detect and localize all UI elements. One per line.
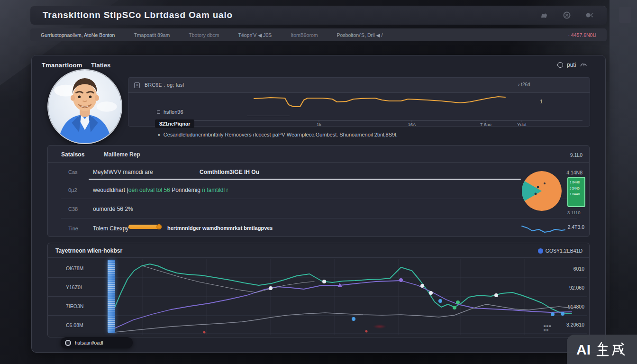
square-icon [157, 110, 160, 114]
svg-text:AI: AI [576, 342, 591, 357]
row-sparkline [521, 222, 566, 235]
header-divider [48, 257, 589, 258]
row-badge-text: hertmnnldger wamdhommrkst bmtlagpves [167, 225, 273, 231]
corner-mark-1: ≡≡ [544, 329, 552, 333]
table-header: Satalsos Mailleme Rep 9.1L0 [48, 146, 589, 163]
nav-item-0[interactable]: Gurriuotopnaolivm, AtoNe Bonton [41, 32, 115, 38]
overview-row-1[interactable]: hsflon96 [157, 109, 183, 115]
table-row[interactable]: C38 oumordé 56 2% [48, 199, 589, 218]
main-line-chart [48, 259, 588, 335]
nav-bar: Gurriuotopnaolivm, AtoNe Bonton Tmapoati… [30, 28, 607, 41]
table-header-value: 9.1L0 [570, 152, 582, 158]
nav-item-4[interactable]: ItomB9orom [291, 32, 318, 38]
row-text-c: Ponndémig [170, 187, 202, 193]
overview-label: BRC6E . og; lasl [145, 82, 184, 88]
table-row[interactable]: Tine Tolem Citexpy hertmnnldger wamdhomm… [48, 218, 589, 237]
timeseries-title: Tayetrneon wlien-hokbsr [55, 247, 122, 254]
axis-tick-3: Ydot [510, 122, 533, 127]
axis-tick-0: 1k [308, 122, 330, 127]
legend-line-1: J 34N0 [570, 186, 583, 192]
table-row[interactable]: 0µ2 weoudldihart [oén oufval tol 56 Ponn… [48, 181, 589, 199]
panel-subtitle: Tlaties [91, 62, 110, 69]
row-text-green-2: ñ famtildl r [202, 187, 228, 193]
overview-row1-label: hsflon96 [164, 109, 183, 115]
status-dot [538, 248, 543, 254]
row-value: 2.4T3.0 [567, 224, 584, 230]
row-text-a: weoudldihart [ [93, 187, 128, 193]
legend-total: 3.1110 [567, 210, 581, 215]
table-title: Satalsos [61, 151, 84, 158]
highlight-divider [89, 179, 521, 180]
nav-item-5[interactable]: Posboiton/'S, Dril ◀ / [337, 32, 383, 38]
panel-actions: puti [557, 62, 587, 68]
row-text: MeyMWVV mamodi are [93, 169, 153, 175]
axis-tick-2: 7 6ao [474, 122, 497, 127]
user-icon[interactable] [585, 10, 594, 20]
legend-box: 1 84H8 J 34N0 1 8AA0 [567, 177, 585, 207]
bullet-icon: ● [158, 133, 160, 137]
pie-chart [520, 169, 564, 213]
row-text-bold: Comthtlom3/GE IH Ou [200, 169, 259, 175]
notifications-icon[interactable] [539, 10, 549, 20]
overview-line-chart [128, 93, 591, 126]
corner-marks: ≡≡≡ ≡≡ [544, 325, 552, 333]
nav-item-2[interactable]: Tbotory dbcm [189, 32, 219, 38]
legend-line-2: 1 8AA0 [570, 191, 583, 198]
table-row[interactable]: Cas MeyMWVV mamodi are Comthtlom3/GE IH … [48, 163, 589, 181]
blue-ruler-bar[interactable] [108, 260, 115, 333]
axis-tick-1: 16A [400, 122, 423, 127]
row-label: Cas [68, 169, 78, 175]
nav-item-1[interactable]: Tmapoatit 89am [134, 32, 170, 38]
row-text: oumordé 56 2% [93, 206, 133, 212]
divider [247, 116, 290, 116]
desktop: { "window": { "title": "Transkitionn Sti… [0, 0, 637, 364]
backdrop-strip [610, 0, 637, 364]
timeseries-header-right: GOSY1.2EB41D [538, 248, 582, 254]
row-label: C38 [68, 206, 78, 212]
nav-item-3[interactable]: Téopn'V ◀ J0S [238, 32, 272, 38]
footer-chip[interactable]: hutsaunl/oadl [61, 337, 133, 348]
settings-icon[interactable] [562, 10, 572, 20]
watermark-glyphs: AI [576, 340, 628, 359]
right-label-3: 3.20610 [546, 322, 584, 328]
panel-title: Tmanartloom [42, 62, 82, 69]
stats-table: Satalsos Mailleme Rep 9.1L0 Cas MeyMWVV … [47, 145, 590, 237]
avatar-portrait [48, 70, 121, 143]
row-text: weoudldihart [oén oufval tol 56 Ponndémi… [93, 187, 228, 193]
row-label: 0µ2 [68, 187, 77, 193]
title-bar: Transkitionn StipSCo Lbrtdasd Oam ualo [30, 6, 607, 25]
table-subtitle: Mailleme Rep [104, 151, 140, 158]
footer-label: hutsaunl/oadl [75, 340, 103, 346]
note-text: Cesandleluduncnmbnttnly Remoovers rlcoce… [164, 132, 398, 137]
overview-header-right[interactable]: › t26d [518, 82, 530, 87]
phone-icon[interactable] [580, 62, 587, 68]
avatar[interactable] [47, 69, 122, 144]
chart-smudge [373, 325, 386, 328]
checkbox-icon[interactable]: ≡ [134, 82, 140, 88]
row-text: Tolem Citexpy [93, 225, 128, 232]
nav-right-value: · 4457.6N0U [568, 32, 596, 38]
row-text-green-1: oén oufval tol 56 [128, 187, 170, 193]
progress-pill [128, 225, 161, 229]
backdrop-square [619, 7, 631, 23]
row-label: Tine [68, 226, 78, 231]
timeseries-right-value: GOSY1.2EB41D [546, 248, 582, 254]
row-value: 4.14N8 [566, 170, 582, 175]
overview-row-2[interactable]: 821nePiqnar [155, 119, 194, 128]
right-label-1: 92.060 [546, 285, 584, 291]
right-label-2: 914800 [546, 304, 584, 309]
app-title: Transkitionn StipSCo Lbrtdasd Oam ualo [43, 10, 233, 20]
timeseries-card: Tayetrneon wlien-hokbsr GOSY1.2EB41D OI6… [47, 243, 590, 337]
title-bar-icons [539, 10, 594, 20]
ai-watermark: AI生成 AI [567, 335, 637, 364]
overview-header: ≡ BRC6E . og; lasl › t26d [128, 78, 590, 93]
right-label-0: 6010 [546, 266, 584, 272]
chart-marker: 1 [540, 99, 543, 104]
refresh-icon[interactable] [557, 62, 563, 68]
summary-note: ● Cesandleluduncnmbnttnly Remoovers rlco… [158, 132, 398, 137]
overview-panel: ≡ BRC6E . og; lasl › t26d 1 hsflon96 821… [128, 77, 590, 127]
record-icon [65, 340, 71, 346]
legend-line-0: 1 84H8 [570, 180, 583, 186]
panel-action-label[interactable]: puti [567, 62, 576, 68]
